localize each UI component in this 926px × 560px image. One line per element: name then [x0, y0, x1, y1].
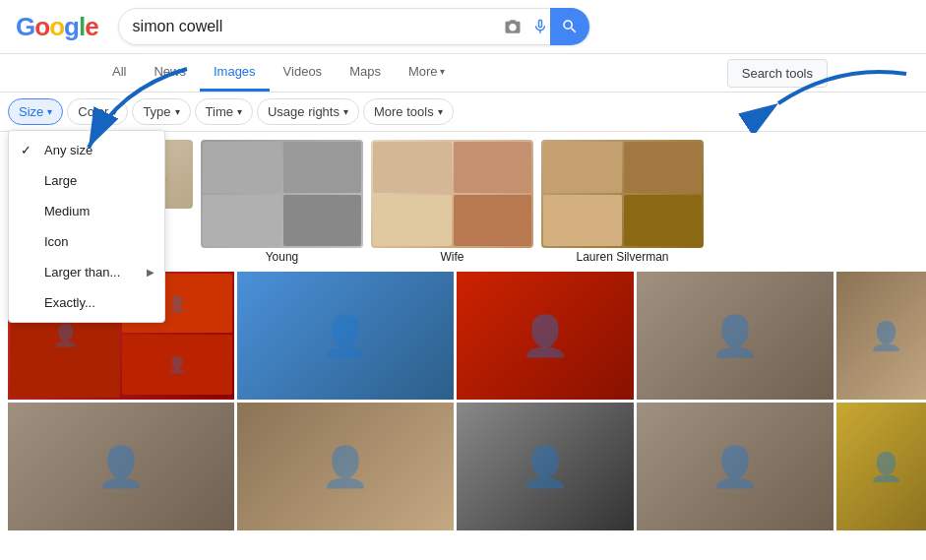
cluster-wife-label: Wife [441, 250, 464, 264]
size-dropdown-arrow: ▾ [47, 106, 52, 117]
voice-search-icon[interactable] [530, 17, 550, 36]
color-filter-button[interactable]: Color ▾ [67, 98, 128, 125]
search-tools-button[interactable]: Search tools [727, 59, 828, 88]
time-dropdown-arrow: ▾ [237, 106, 242, 117]
cluster-young-label: Young [266, 250, 299, 264]
header: Google [0, 0, 926, 54]
size-option-medium[interactable]: Medium [9, 196, 164, 226]
search-button[interactable] [550, 8, 589, 45]
grid-image-8[interactable]: 👤 [457, 403, 634, 530]
camera-search-icon[interactable] [503, 17, 523, 36]
grid-image-10[interactable]: 👤 [836, 403, 926, 530]
cluster-lauren[interactable]: Lauren Silverman [541, 140, 704, 264]
usage-rights-filter-button[interactable]: Usage rights ▾ [257, 98, 359, 125]
size-option-large[interactable]: Large [9, 165, 164, 196]
grid-image-2[interactable]: 👤 [237, 272, 454, 400]
type-dropdown-arrow: ▾ [175, 106, 180, 117]
google-logo[interactable]: Google [16, 12, 98, 42]
cluster-wife[interactable]: Wife [371, 140, 533, 264]
time-filter-button[interactable]: Time ▾ [195, 98, 253, 125]
grid-image-6[interactable]: 👤 [8, 403, 234, 530]
grid-image-7[interactable]: 👤 [237, 403, 454, 530]
grid-image-9[interactable]: 👤 [637, 403, 833, 530]
size-option-exactly[interactable]: Exactly... [9, 287, 164, 318]
color-dropdown-arrow: ▾ [112, 106, 117, 117]
tab-maps[interactable]: Maps [336, 54, 395, 92]
search-bar[interactable] [118, 8, 590, 45]
more-arrow-icon: ▾ [440, 66, 445, 77]
search-input[interactable] [133, 18, 503, 35]
usage-dropdown-arrow: ▾ [343, 106, 348, 117]
size-option-larger-than[interactable]: Larger than... [9, 257, 164, 287]
grid-image-3[interactable]: 👤 [457, 272, 634, 400]
size-option-any[interactable]: Any size [9, 135, 164, 165]
more-tools-arrow-icon: ▾ [438, 106, 443, 117]
more-tools-filter-button[interactable]: More tools ▾ [363, 98, 454, 125]
tab-all[interactable]: All [98, 54, 140, 92]
size-dropdown: Any size Large Medium Icon Larger than..… [8, 130, 165, 323]
nav-tabs: All News Images Videos Maps More ▾ Searc… [0, 54, 926, 93]
tab-news[interactable]: News [140, 54, 200, 92]
tab-videos[interactable]: Videos [270, 54, 337, 92]
tab-more[interactable]: More ▾ [395, 54, 459, 92]
size-filter-button[interactable]: Size ▾ [8, 98, 63, 125]
cluster-lauren-label: Lauren Silverman [576, 250, 668, 264]
image-row-2: 👤 👤 👤 👤 👤 [8, 403, 926, 530]
grid-image-5[interactable]: 👤 [836, 272, 926, 400]
size-option-icon[interactable]: Icon [9, 226, 164, 257]
grid-image-4[interactable]: 👤 [637, 272, 833, 400]
cluster-young[interactable]: Young [201, 140, 363, 264]
type-filter-button[interactable]: Type ▾ [132, 98, 190, 125]
filter-bar: Size ▾ Color ▾ Type ▾ Time ▾ Usage right… [0, 93, 926, 132]
tab-images[interactable]: Images [200, 54, 270, 92]
